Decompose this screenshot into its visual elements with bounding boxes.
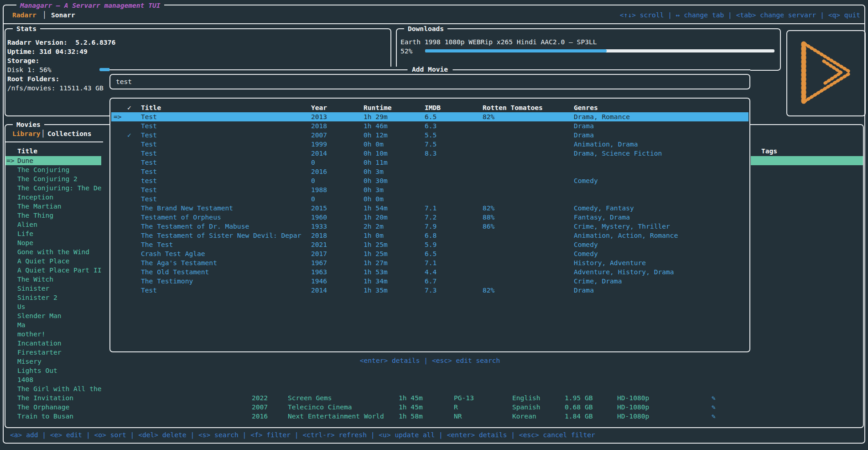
result-cell-genres: Comedy, Fantasy <box>574 204 634 213</box>
add-movie-result-row[interactable]: The Test20211h 25m5.9Comedy <box>111 240 748 249</box>
add-movie-result-row[interactable]: Test19880h 3m <box>111 185 748 194</box>
result-cell-title: The Aga's Testament <box>141 258 217 267</box>
add-movie-result-row[interactable]: The Old Testament19631h 53m4.4Adventure,… <box>111 267 748 277</box>
movie-list-item[interactable]: Nope <box>5 238 101 247</box>
add-movie-result-row[interactable]: Test00h 0m <box>111 194 748 204</box>
movie-list-item[interactable]: Firestarter <box>5 348 101 357</box>
library-cell-quality: HD-1080p <box>617 393 649 403</box>
result-cell-imdb: 7.2 <box>425 213 437 222</box>
add-movie-result-row[interactable]: =>Test20131h 29m6.582%Drama, Romance <box>111 112 748 121</box>
add-movie-result-row[interactable]: test00h 30mComedy <box>111 176 748 185</box>
result-cell-title: Test <box>141 194 157 204</box>
movie-title: Alien <box>17 220 37 229</box>
result-cell-imdb: 6.3 <box>425 121 437 131</box>
add-movie-result-row[interactable]: The Testament of Dr. Mabuse19332h 2m7.98… <box>111 222 748 231</box>
result-cell-runtime: 1h 53m <box>364 267 388 277</box>
movie-list-item[interactable]: Life <box>5 229 101 238</box>
movie-title: Gone with the Wind <box>17 247 89 256</box>
movie-list-item[interactable]: Inception <box>5 193 101 202</box>
result-cell-runtime: 2h 2m <box>364 222 384 231</box>
movies-panel-title: Movies <box>13 120 44 129</box>
tab-library[interactable]: Library <box>12 129 41 138</box>
movie-list-item[interactable]: Sinister <box>5 284 101 293</box>
movie-title: Us <box>17 302 26 311</box>
result-cell-runtime: 0h 0m <box>364 194 384 204</box>
result-cell-runtime: 1h 46m <box>364 121 388 131</box>
movie-list-item[interactable]: Incantation <box>5 339 101 348</box>
edit-icon[interactable]: ✎ <box>712 393 716 403</box>
movie-list-item[interactable]: A Quiet Place <box>5 256 101 266</box>
result-cell-title: The Testament of Dr. Mabuse <box>141 222 249 231</box>
library-row-details[interactable]: 2007Telecinco Cinema1h 45mRSpanish0.68 G… <box>0 403 868 412</box>
result-cell-year: 0 <box>311 194 315 204</box>
movie-list-item[interactable]: Sinister 2 <box>5 293 101 302</box>
library-row-details[interactable]: 2016Next Entertainment World1h 58mNRKore… <box>0 412 868 421</box>
add-movie-result-row[interactable]: ✓Test20070h 12m5.5Drama <box>111 131 748 140</box>
add-movie-result-row[interactable]: Test20160h 3m <box>111 167 748 176</box>
movie-list-item[interactable]: A Quiet Place Part II <box>5 266 101 275</box>
add-movie-result-row[interactable]: The Testament of Sister New Devil: Depar… <box>111 231 748 240</box>
add-movie-result-row[interactable]: Crash Test Aglae20171h 25m6.5Comedy <box>111 249 748 258</box>
result-cell-runtime: 1h 25m <box>364 249 388 258</box>
result-cell-year: 2007 <box>311 131 327 140</box>
add-movie-popup: Add Movie ✓TitleYearRuntimeIMDBRotten To… <box>109 67 750 393</box>
movie-title: Sinister 2 <box>17 293 57 302</box>
tab-radarr[interactable]: Radarr <box>12 10 36 20</box>
result-cell-runtime: 0h 0m <box>364 140 384 149</box>
library-cell-size: 1.95 GB <box>565 393 593 403</box>
result-cell-runtime: 0h 3m <box>364 185 384 194</box>
movie-list-item[interactable]: Gone with the Wind <box>5 247 101 256</box>
results-column-header: Genres <box>574 103 598 112</box>
movie-list-item[interactable]: Misery <box>5 357 101 366</box>
add-movie-result-row[interactable]: The Brand New Testament20151h 54m7.182%C… <box>111 204 748 213</box>
edit-icon[interactable]: ✎ <box>712 403 716 412</box>
movie-list-item[interactable]: The Thing <box>5 211 101 220</box>
library-cell-studio: Screen Gems <box>288 393 332 403</box>
add-movie-result-row[interactable]: Test00h 11m <box>111 158 748 167</box>
add-movie-result-row[interactable]: The Testimony19461h 34m6.7Crime, Drama <box>111 277 748 286</box>
movie-list-item[interactable]: The Conjuring 2 <box>5 174 101 183</box>
movie-list-item[interactable]: The Girl with All the <box>5 384 101 393</box>
add-movie-search-box[interactable] <box>109 74 750 89</box>
managarr-logo-icon <box>797 39 856 106</box>
add-movie-result-row[interactable]: Test20141h 35m7.382%Drama <box>111 286 748 295</box>
result-cell-title: test <box>141 176 157 185</box>
movie-list-item[interactable]: Ma <box>5 320 101 330</box>
result-cell-imdb: 7.9 <box>425 222 437 231</box>
add-movie-result-row[interactable]: The Aga's Testament19671h 27m7.1History,… <box>111 258 748 267</box>
edit-icon[interactable]: ✎ <box>712 412 716 421</box>
movie-list-item[interactable]: The Conjuring: The De <box>5 183 101 193</box>
movie-list-item[interactable]: Slender Man <box>5 311 101 320</box>
movie-list-item[interactable]: Us <box>5 302 101 311</box>
movie-list-item[interactable]: 1408 <box>5 375 101 384</box>
movie-title: The Witch <box>17 275 53 284</box>
movie-title: A Quiet Place Part II <box>17 266 102 275</box>
library-row-details[interactable]: 2022Screen Gems1h 45mPG-13English1.95 GB… <box>0 393 868 403</box>
result-cell-title: Test <box>141 149 157 158</box>
add-movie-result-row[interactable]: Test20181h 46m6.3Drama <box>111 121 748 131</box>
movie-list-item[interactable]: The Conjuring <box>5 165 101 174</box>
movie-list-item[interactable]: =>Dune <box>5 156 101 165</box>
movie-list-item[interactable]: Alien <box>5 220 101 229</box>
add-movie-result-row[interactable]: Testament of Orpheus19601h 20m7.288%Fant… <box>111 213 748 222</box>
tab-collections[interactable]: Collections <box>47 129 92 138</box>
result-cell-imdb: 7.1 <box>425 204 437 213</box>
movie-list-item[interactable]: The Witch <box>5 275 101 284</box>
tab-sonarr[interactable]: Sonarr <box>51 10 75 20</box>
stat-storage-label: Storage: <box>7 56 39 65</box>
add-movie-result-row[interactable]: Test20140h 10m8.3Drama, Science Fiction <box>111 149 748 158</box>
result-cell-imdb: 6.5 <box>425 112 437 121</box>
add-movie-result-row[interactable]: Test19990h 0m7.5Animation, Drama <box>111 140 748 149</box>
movies-tab-underline <box>5 141 103 142</box>
movie-list-item[interactable]: Lights Out <box>5 366 101 375</box>
result-cell-genres: Drama <box>574 131 594 140</box>
library-cell-studio: Next Entertainment World <box>288 412 384 421</box>
add-movie-help: <enter> details | <esc> edit search <box>360 356 500 365</box>
library-cell-quality: HD-1080p <box>617 403 649 412</box>
stat-version: Radarr Version: 5.2.6.8376 <box>7 38 115 47</box>
movie-list-item[interactable]: mother! <box>5 330 101 339</box>
add-movie-search-input[interactable] <box>115 77 390 87</box>
result-cell-genres: Comedy <box>574 176 598 185</box>
movie-title: Incantation <box>17 339 62 348</box>
movie-list-item[interactable]: The Martian <box>5 202 101 211</box>
